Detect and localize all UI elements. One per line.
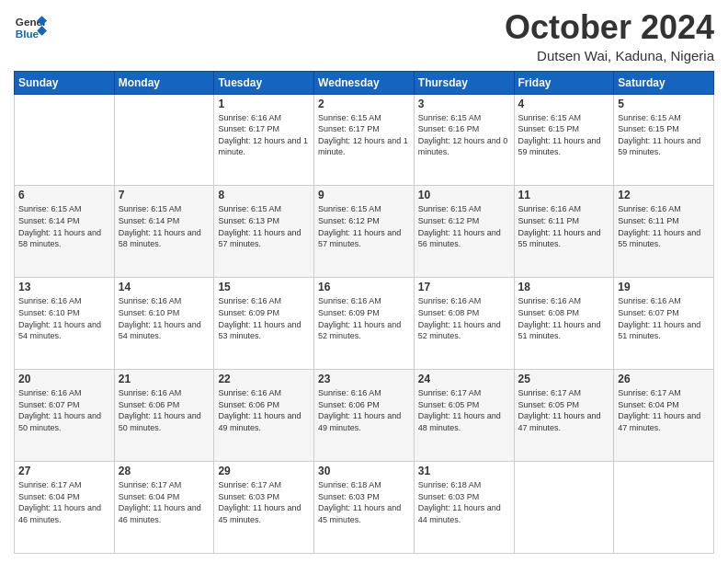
day-number: 4	[518, 98, 610, 110]
day-detail: Sunrise: 6:16 AM Sunset: 6:06 PM Dayligh…	[119, 387, 210, 433]
day-detail: Sunrise: 6:16 AM Sunset: 6:17 PM Dayligh…	[218, 112, 310, 158]
calendar-cell: 3Sunrise: 6:15 AM Sunset: 6:16 PM Daylig…	[414, 94, 514, 186]
day-number: 23	[318, 373, 410, 385]
calendar-cell: 14Sunrise: 6:16 AM Sunset: 6:10 PM Dayli…	[114, 278, 214, 370]
svg-text:Blue: Blue	[16, 28, 40, 40]
day-number: 16	[318, 281, 410, 293]
day-number: 28	[119, 465, 210, 477]
day-number: 8	[218, 189, 310, 201]
day-number: 20	[18, 373, 110, 385]
day-detail: Sunrise: 6:17 AM Sunset: 6:05 PM Dayligh…	[518, 387, 610, 433]
day-number: 12	[618, 189, 710, 201]
calendar-cell: 26Sunrise: 6:17 AM Sunset: 6:04 PM Dayli…	[614, 370, 714, 462]
calendar-week-row: 13Sunrise: 6:16 AM Sunset: 6:10 PM Dayli…	[15, 278, 714, 370]
day-number: 24	[418, 373, 510, 385]
day-number: 10	[418, 189, 510, 201]
day-detail: Sunrise: 6:15 AM Sunset: 6:14 PM Dayligh…	[119, 203, 210, 249]
calendar-cell: 6Sunrise: 6:15 AM Sunset: 6:14 PM Daylig…	[15, 186, 115, 278]
day-number: 13	[18, 281, 110, 293]
day-detail: Sunrise: 6:17 AM Sunset: 6:03 PM Dayligh…	[218, 479, 310, 525]
col-friday: Friday	[514, 71, 614, 94]
day-number: 9	[318, 189, 410, 201]
day-detail: Sunrise: 6:15 AM Sunset: 6:17 PM Dayligh…	[318, 112, 410, 158]
location: Dutsen Wai, Kaduna, Nigeria	[505, 48, 714, 63]
day-detail: Sunrise: 6:17 AM Sunset: 6:04 PM Dayligh…	[18, 479, 110, 525]
day-detail: Sunrise: 6:16 AM Sunset: 6:10 PM Dayligh…	[18, 295, 110, 341]
day-number: 22	[218, 373, 310, 385]
calendar-cell: 8Sunrise: 6:15 AM Sunset: 6:13 PM Daylig…	[214, 186, 314, 278]
day-number: 29	[218, 465, 310, 477]
calendar-cell: 10Sunrise: 6:15 AM Sunset: 6:12 PM Dayli…	[414, 186, 514, 278]
calendar-cell: 2Sunrise: 6:15 AM Sunset: 6:17 PM Daylig…	[314, 94, 415, 186]
day-detail: Sunrise: 6:15 AM Sunset: 6:16 PM Dayligh…	[418, 112, 510, 158]
calendar-week-row: 6Sunrise: 6:15 AM Sunset: 6:14 PM Daylig…	[15, 186, 714, 278]
calendar-week-row: 1Sunrise: 6:16 AM Sunset: 6:17 PM Daylig…	[15, 94, 714, 186]
calendar-week-row: 20Sunrise: 6:16 AM Sunset: 6:07 PM Dayli…	[15, 370, 714, 462]
header: General Blue October 2024 Dutsen Wai, Ka…	[14, 9, 714, 63]
calendar-cell: 17Sunrise: 6:16 AM Sunset: 6:08 PM Dayli…	[414, 278, 514, 370]
day-detail: Sunrise: 6:15 AM Sunset: 6:13 PM Dayligh…	[218, 203, 310, 249]
day-detail: Sunrise: 6:16 AM Sunset: 6:11 PM Dayligh…	[518, 203, 610, 249]
day-number: 1	[218, 98, 310, 110]
calendar-cell: 5Sunrise: 6:15 AM Sunset: 6:15 PM Daylig…	[614, 94, 714, 186]
page: General Blue October 2024 Dutsen Wai, Ka…	[0, 0, 728, 563]
day-number: 25	[518, 373, 610, 385]
logo: General Blue	[14, 9, 47, 42]
day-number: 26	[618, 373, 710, 385]
calendar-cell	[614, 462, 714, 554]
calendar-cell: 7Sunrise: 6:15 AM Sunset: 6:14 PM Daylig…	[114, 186, 214, 278]
day-number: 7	[119, 189, 210, 201]
logo-icon: General Blue	[14, 9, 47, 42]
calendar-cell: 15Sunrise: 6:16 AM Sunset: 6:09 PM Dayli…	[214, 278, 314, 370]
day-detail: Sunrise: 6:16 AM Sunset: 6:08 PM Dayligh…	[518, 295, 610, 341]
calendar-cell: 9Sunrise: 6:15 AM Sunset: 6:12 PM Daylig…	[314, 186, 415, 278]
day-detail: Sunrise: 6:16 AM Sunset: 6:11 PM Dayligh…	[618, 203, 710, 249]
col-monday: Monday	[114, 71, 214, 94]
calendar-cell: 27Sunrise: 6:17 AM Sunset: 6:04 PM Dayli…	[15, 462, 115, 554]
month-title: October 2024	[505, 9, 714, 46]
day-number: 21	[119, 373, 210, 385]
calendar-cell	[114, 94, 214, 186]
calendar-cell: 28Sunrise: 6:17 AM Sunset: 6:04 PM Dayli…	[114, 462, 214, 554]
col-sunday: Sunday	[15, 71, 115, 94]
calendar-cell: 22Sunrise: 6:16 AM Sunset: 6:06 PM Dayli…	[214, 370, 314, 462]
col-thursday: Thursday	[414, 71, 514, 94]
calendar-cell: 31Sunrise: 6:18 AM Sunset: 6:03 PM Dayli…	[414, 462, 514, 554]
day-number: 3	[418, 98, 510, 110]
title-block: October 2024 Dutsen Wai, Kaduna, Nigeria	[505, 9, 714, 63]
day-detail: Sunrise: 6:17 AM Sunset: 6:04 PM Dayligh…	[119, 479, 210, 525]
calendar-cell: 19Sunrise: 6:16 AM Sunset: 6:07 PM Dayli…	[614, 278, 714, 370]
calendar-cell: 20Sunrise: 6:16 AM Sunset: 6:07 PM Dayli…	[15, 370, 115, 462]
calendar-cell: 1Sunrise: 6:16 AM Sunset: 6:17 PM Daylig…	[214, 94, 314, 186]
calendar-cell: 11Sunrise: 6:16 AM Sunset: 6:11 PM Dayli…	[514, 186, 614, 278]
calendar-cell: 30Sunrise: 6:18 AM Sunset: 6:03 PM Dayli…	[314, 462, 415, 554]
day-number: 27	[18, 465, 110, 477]
day-detail: Sunrise: 6:18 AM Sunset: 6:03 PM Dayligh…	[318, 479, 410, 525]
col-tuesday: Tuesday	[214, 71, 314, 94]
day-number: 15	[218, 281, 310, 293]
day-detail: Sunrise: 6:17 AM Sunset: 6:05 PM Dayligh…	[418, 387, 510, 433]
day-number: 2	[318, 98, 410, 110]
day-detail: Sunrise: 6:16 AM Sunset: 6:06 PM Dayligh…	[218, 387, 310, 433]
day-detail: Sunrise: 6:16 AM Sunset: 6:09 PM Dayligh…	[218, 295, 310, 341]
day-number: 18	[518, 281, 610, 293]
calendar-cell: 24Sunrise: 6:17 AM Sunset: 6:05 PM Dayli…	[414, 370, 514, 462]
calendar-cell	[514, 462, 614, 554]
day-detail: Sunrise: 6:16 AM Sunset: 6:08 PM Dayligh…	[418, 295, 510, 341]
day-detail: Sunrise: 6:15 AM Sunset: 6:12 PM Dayligh…	[318, 203, 410, 249]
col-wednesday: Wednesday	[314, 71, 415, 94]
calendar-header-row: Sunday Monday Tuesday Wednesday Thursday…	[15, 71, 714, 94]
calendar-cell: 16Sunrise: 6:16 AM Sunset: 6:09 PM Dayli…	[314, 278, 415, 370]
calendar-cell: 18Sunrise: 6:16 AM Sunset: 6:08 PM Dayli…	[514, 278, 614, 370]
calendar-cell: 21Sunrise: 6:16 AM Sunset: 6:06 PM Dayli…	[114, 370, 214, 462]
col-saturday: Saturday	[614, 71, 714, 94]
day-detail: Sunrise: 6:15 AM Sunset: 6:15 PM Dayligh…	[518, 112, 610, 158]
day-detail: Sunrise: 6:16 AM Sunset: 6:10 PM Dayligh…	[119, 295, 210, 341]
calendar-cell: 4Sunrise: 6:15 AM Sunset: 6:15 PM Daylig…	[514, 94, 614, 186]
day-number: 30	[318, 465, 410, 477]
day-number: 31	[418, 465, 510, 477]
calendar-cell: 12Sunrise: 6:16 AM Sunset: 6:11 PM Dayli…	[614, 186, 714, 278]
day-number: 5	[618, 98, 710, 110]
day-detail: Sunrise: 6:17 AM Sunset: 6:04 PM Dayligh…	[618, 387, 710, 433]
calendar-cell: 13Sunrise: 6:16 AM Sunset: 6:10 PM Dayli…	[15, 278, 115, 370]
